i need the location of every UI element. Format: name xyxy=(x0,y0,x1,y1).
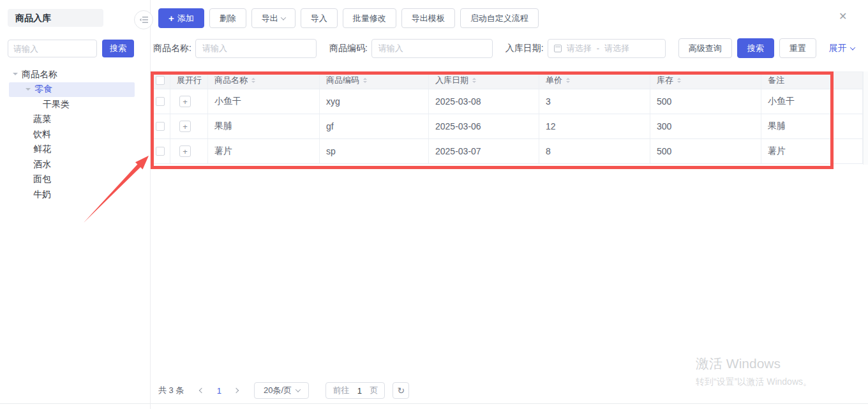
sort-icon[interactable] xyxy=(472,76,476,85)
tree-item-root[interactable]: 商品名称 xyxy=(0,67,151,82)
expand-row-button[interactable]: + xyxy=(179,96,191,107)
cell-product-code: sp xyxy=(320,139,429,163)
tree-item-drinks[interactable]: 饮料 xyxy=(0,127,151,142)
date-end-placeholder: 请选择 xyxy=(604,43,629,54)
select-all-checkbox[interactable] xyxy=(156,76,165,85)
tree-item-label: 鲜花 xyxy=(33,144,51,155)
cell-stock: 500 xyxy=(650,139,761,163)
cell-unit-price: 12 xyxy=(539,114,650,138)
tree-item-label: 蔬菜 xyxy=(33,114,51,125)
caret-down-icon xyxy=(26,88,31,93)
category-search-button[interactable]: 搜索 xyxy=(102,40,134,57)
tree-item-driedfruit[interactable]: 干果类 xyxy=(0,97,151,112)
next-page-button[interactable] xyxy=(228,389,244,392)
cell-inbound-date: 2025-03-08 xyxy=(429,89,539,114)
tree-item-milk[interactable]: 牛奶 xyxy=(0,187,151,202)
caret-down-icon xyxy=(13,73,18,78)
column-header-unit-price[interactable]: 单价 xyxy=(539,72,650,89)
start-custom-flow-button[interactable]: 启动自定义流程 xyxy=(460,8,539,28)
data-table: 展开行 商品名称 商品编码 入库日期 单价 库存 备注 + 小鱼干 xyg 20… xyxy=(151,71,863,164)
cell-remark: 薯片 xyxy=(761,139,863,163)
chevron-down-icon xyxy=(296,387,301,392)
cell-remark: 小鱼干 xyxy=(761,89,863,114)
chevron-left-icon xyxy=(199,388,204,393)
advanced-query-button[interactable]: 高级查询 xyxy=(678,38,732,58)
toolbar: + 添加 删除 导出 导入 批量修改 导出模板 启动自定义流程 xyxy=(158,8,539,28)
goto-unit-label: 页 xyxy=(370,385,378,396)
windows-activation-watermark: 激活 Windows 转到“设置”以激活 Windows。 xyxy=(696,355,812,388)
plus-icon: + xyxy=(168,13,174,23)
cell-inbound-date: 2025-03-06 xyxy=(429,114,539,138)
column-header-product-code[interactable]: 商品编码 xyxy=(320,72,429,89)
table-row: + 小鱼干 xyg 2025-03-08 3 500 小鱼干 xyxy=(151,89,863,114)
delete-button[interactable]: 删除 xyxy=(209,8,246,28)
cell-unit-price: 3 xyxy=(539,89,650,114)
tree-item-vegetables[interactable]: 蔬菜 xyxy=(0,112,151,128)
column-header-stock[interactable]: 库存 xyxy=(650,72,761,89)
sidebar: 商品入库 搜索 商品名称 零食 干果类 蔬菜 饮料 鲜花 xyxy=(0,0,151,409)
date-separator: - xyxy=(597,43,599,53)
tree-item-snacks[interactable]: 零食 xyxy=(9,82,135,98)
cell-product-name: 薯片 xyxy=(208,139,320,163)
row-checkbox[interactable] xyxy=(156,147,165,156)
export-template-button[interactable]: 导出模板 xyxy=(401,8,455,28)
tree-item-alcohol[interactable]: 酒水 xyxy=(0,157,151,172)
panel-toggle-icon xyxy=(139,16,149,24)
goto-page-box: 前往 页 xyxy=(326,382,385,399)
row-checkbox[interactable] xyxy=(156,122,165,131)
goto-page-input[interactable] xyxy=(354,386,364,396)
cell-product-name: 果脯 xyxy=(208,114,320,138)
expand-filters-link[interactable]: 展开 xyxy=(829,43,855,54)
cell-stock: 300 xyxy=(650,114,761,138)
sort-icon[interactable] xyxy=(251,76,255,85)
cell-inbound-date: 2025-03-07 xyxy=(429,139,539,163)
category-search-input[interactable] xyxy=(8,40,97,57)
calendar-icon xyxy=(554,45,562,52)
table-row: + 薯片 sp 2025-03-07 8 500 薯片 xyxy=(151,139,863,164)
column-header-product-name[interactable]: 商品名称 xyxy=(208,72,320,89)
prev-page-button[interactable] xyxy=(194,389,209,392)
table-scrollbar-gutter[interactable] xyxy=(863,71,868,165)
tree-item-flowers[interactable]: 鲜花 xyxy=(0,142,151,158)
product-name-input[interactable] xyxy=(195,39,317,58)
reset-button[interactable]: 重置 xyxy=(779,38,816,58)
pagination-bar: 共 3 条 1 20条/页 前往 页 ↻ xyxy=(158,382,409,399)
expand-row-button[interactable]: + xyxy=(179,121,191,132)
refresh-icon: ↻ xyxy=(398,385,405,396)
date-range-picker[interactable]: 请选择 - 请选择 xyxy=(548,39,666,58)
tree-item-label: 酒水 xyxy=(33,159,51,170)
product-code-label: 商品编码: xyxy=(329,43,368,54)
column-header-inbound-date[interactable]: 入库日期 xyxy=(429,72,539,89)
page-size-select[interactable]: 20条/页 xyxy=(254,382,309,399)
page-title: 商品入库 xyxy=(8,9,103,27)
close-icon[interactable]: ✕ xyxy=(839,10,847,22)
cell-remark: 果脯 xyxy=(761,114,863,138)
sort-icon[interactable] xyxy=(363,76,367,85)
cell-product-code: xyg xyxy=(320,89,429,114)
sort-icon[interactable] xyxy=(677,76,681,85)
tree-item-label: 零食 xyxy=(34,84,52,95)
page-number-button[interactable]: 1 xyxy=(209,386,228,396)
product-code-input[interactable] xyxy=(371,39,493,58)
cell-unit-price: 8 xyxy=(539,139,650,163)
refresh-button[interactable]: ↻ xyxy=(393,382,409,399)
import-button[interactable]: 导入 xyxy=(301,8,338,28)
batch-edit-button[interactable]: 批量修改 xyxy=(343,8,396,28)
tree-item-bread[interactable]: 面包 xyxy=(0,172,151,188)
export-button[interactable]: 导出 xyxy=(251,8,296,28)
total-count-label: 共 3 条 xyxy=(158,385,184,396)
tree-item-label: 商品名称 xyxy=(22,69,57,80)
product-name-label: 商品名称: xyxy=(153,43,191,54)
bottom-divider xyxy=(0,403,868,404)
category-tree: 商品名称 零食 干果类 蔬菜 饮料 鲜花 酒水 面包 xyxy=(0,67,151,202)
row-checkbox[interactable] xyxy=(156,97,165,106)
search-button[interactable]: 搜索 xyxy=(737,38,774,58)
sort-icon[interactable] xyxy=(566,76,570,85)
chevron-down-icon xyxy=(281,15,286,20)
date-start-placeholder: 请选择 xyxy=(567,43,592,54)
cell-stock: 500 xyxy=(650,89,761,114)
expand-row-button[interactable]: + xyxy=(179,145,191,157)
add-button[interactable]: + 添加 xyxy=(158,8,204,28)
sidebar-collapse-button[interactable] xyxy=(134,10,153,29)
tree-item-label: 牛奶 xyxy=(33,189,51,200)
